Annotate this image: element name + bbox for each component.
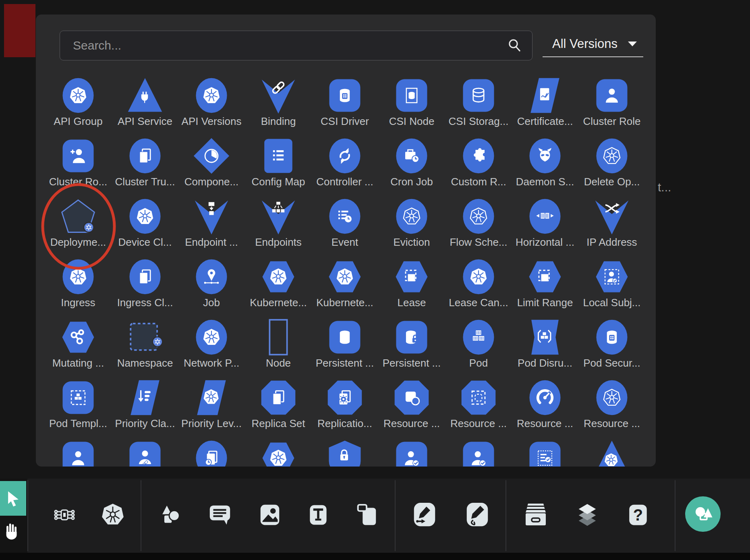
app-logo-button[interactable]	[685, 496, 721, 532]
library-item-endpoints[interactable]: Endpoints	[246, 197, 311, 249]
sqdash-icon	[526, 258, 564, 296]
library-item-node[interactable]: Node	[246, 318, 311, 369]
library-item-job[interactable]: Job	[179, 258, 244, 309]
library-item-lease-can[interactable]: Lease Can...	[446, 258, 511, 309]
library-item-priority-lev[interactable]: Priority Lev...	[179, 379, 244, 430]
archive-button[interactable]	[521, 500, 550, 529]
cylwin-icon	[326, 77, 364, 114]
library-item-resource[interactable]: Resource ...	[446, 379, 511, 430]
library-item-ingress[interactable]: Ingress	[46, 258, 110, 309]
library-item-mutating[interactable]: Mutating ...	[46, 318, 110, 369]
personcheck-icon	[393, 439, 431, 467]
library-item-namespace[interactable]: Namespace	[113, 318, 177, 369]
library-item-resource[interactable]: Resource ...	[379, 379, 444, 430]
library-item-config-map[interactable]: Config Map	[246, 137, 311, 188]
library-item-label: Kubernete...	[246, 297, 311, 309]
card-icon	[354, 502, 379, 527]
wheelo-icon	[593, 137, 631, 175]
personplus-icon	[59, 137, 97, 175]
library-item-replica-set[interactable]: Replica Set	[246, 379, 311, 430]
library-item-api-versions[interactable]: API Versions	[179, 77, 244, 128]
library-item-resource[interactable]: Resource ...	[580, 379, 644, 430]
library-item-hidden-row-1[interactable]	[46, 439, 110, 467]
library-item-pod-templ[interactable]: Pod Templ...	[46, 379, 110, 430]
library-item-event[interactable]: Event	[313, 197, 377, 249]
library-item-hidden-row-8[interactable]	[513, 439, 577, 467]
library-item-custom-r[interactable]: Custom R...	[446, 137, 511, 188]
library-item-hidden-row-2[interactable]	[113, 439, 177, 467]
comment-tool-button[interactable]	[205, 500, 234, 529]
library-item-hidden-row-3[interactable]	[179, 439, 244, 467]
library-item-binding[interactable]: Binding	[246, 77, 311, 128]
library-item-daemon-s[interactable]: Daemon S...	[513, 137, 577, 188]
library-item-persistent[interactable]: Persistent ...	[313, 318, 377, 369]
library-item-hidden-row-4[interactable]	[246, 439, 311, 467]
shape-tool-button[interactable]	[155, 500, 184, 529]
arrowbars-icon	[126, 379, 164, 417]
library-item-pod[interactable]: Pod	[446, 318, 511, 369]
library-item-horizontal[interactable]: Horizontal ...	[513, 197, 577, 249]
card-tool-button[interactable]	[352, 500, 381, 529]
help-button[interactable]: ?	[624, 500, 653, 529]
kubernetes-library-button[interactable]	[98, 500, 127, 529]
library-item-hidden-row-9[interactable]	[580, 439, 644, 467]
library-item-api-group[interactable]: API Group	[46, 77, 110, 128]
library-item-label: Namespace	[113, 357, 177, 369]
library-item-cron-job[interactable]: Cron Job	[379, 137, 444, 188]
text-tool-button[interactable]	[304, 500, 333, 529]
library-item-resource[interactable]: Resource ...	[513, 379, 577, 430]
library-item-controller[interactable]: Controller ...	[313, 137, 377, 188]
library-item-pod-secur[interactable]: Pod Secur...	[580, 318, 644, 369]
search-input[interactable]	[60, 31, 532, 60]
select-tool-button[interactable]	[0, 481, 26, 516]
schema-tool-button[interactable]	[50, 500, 79, 529]
library-item-replicatio[interactable]: Replicatio...	[313, 379, 377, 430]
library-item-api-service[interactable]: API Service	[113, 77, 177, 128]
library-item-ip-address[interactable]: IP Address	[580, 197, 644, 249]
connector-pen-tool-button[interactable]	[410, 500, 439, 529]
layers-button[interactable]	[573, 500, 602, 529]
version-filter-dropdown[interactable]: All Versions	[543, 31, 643, 57]
image-tool-button[interactable]	[255, 500, 284, 529]
library-item-local-subj[interactable]: Local Subj...	[580, 258, 644, 309]
library-item-cluster-ro[interactable]: Cluster Ro...	[46, 137, 110, 188]
canvas-text-fragment: t...	[658, 180, 671, 194]
library-item-deployme[interactable]: Deployme...	[46, 197, 110, 249]
library-item-eviction[interactable]: Eviction	[379, 197, 444, 249]
library-item-delete-op[interactable]: Delete Op...	[580, 137, 644, 188]
library-item-label: Cron Job	[379, 176, 444, 188]
clockpie-icon	[193, 137, 230, 175]
library-item-ingress-cl[interactable]: Ingress Cl...	[113, 258, 177, 309]
library-item-hidden-row-6[interactable]	[379, 439, 444, 467]
library-item-csi-storag[interactable]: CSI Storag...	[446, 77, 511, 128]
library-item-label: Resource ...	[379, 417, 444, 430]
library-item-priority-cla[interactable]: Priority Cla...	[113, 379, 177, 430]
library-item-hidden-row-7[interactable]	[446, 439, 511, 467]
library-item-cluster-tru[interactable]: Cluster Tru...	[113, 137, 177, 188]
library-item-endpoint[interactable]: Endpoint ...	[179, 197, 244, 249]
library-item-network-p[interactable]: Network P...	[179, 318, 244, 369]
library-item-compone[interactable]: Compone...	[179, 137, 244, 188]
pencil-tool-button[interactable]	[463, 500, 492, 529]
library-item-csi-driver[interactable]: CSI Driver	[313, 77, 377, 128]
library-item-label: Mutating ...	[46, 357, 110, 369]
library-item-certificate[interactable]: Certificate...	[513, 77, 577, 128]
library-item-limit-range[interactable]: Limit Range	[513, 258, 577, 309]
library-item-pod-disru[interactable]: Pod Disru...	[513, 318, 577, 369]
library-item-label: Persistent ...	[379, 357, 444, 369]
boxessplit-icon	[259, 197, 297, 235]
library-item-cluster-role[interactable]: Cluster Role	[580, 77, 644, 128]
helm-icon	[326, 258, 364, 296]
helm-icon	[193, 318, 230, 356]
library-item-persistent[interactable]: Persistent ...	[379, 318, 444, 369]
library-item-device-cl[interactable]: Device Cl...	[113, 197, 177, 249]
hand-tool-button[interactable]	[2, 519, 23, 545]
library-item-lease[interactable]: Lease	[379, 258, 444, 309]
toolbar-divider	[27, 480, 28, 551]
library-item-kubernete[interactable]: Kubernete...	[246, 258, 311, 309]
library-item-csi-node[interactable]: CSI Node	[379, 77, 444, 128]
library-item-kubernete[interactable]: Kubernete...	[313, 258, 377, 309]
daemon-icon	[526, 137, 564, 175]
library-item-hidden-row-5[interactable]	[313, 439, 377, 467]
library-item-flow-sche[interactable]: Flow Sche...	[446, 197, 511, 249]
